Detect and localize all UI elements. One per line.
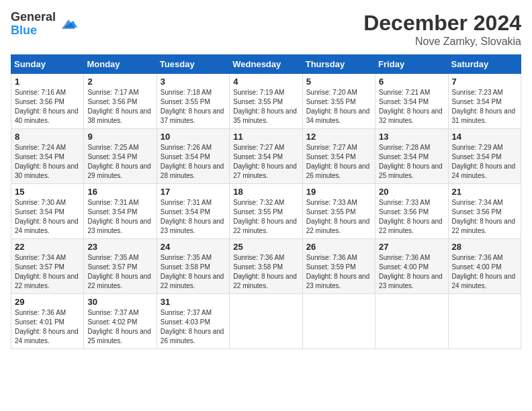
day-info: Sunrise: 7:17 AMSunset: 3:56 PMDaylight:… xyxy=(87,88,152,126)
day-number: 16 xyxy=(87,187,152,197)
day-info: Sunrise: 7:37 AMSunset: 4:02 PMDaylight:… xyxy=(87,308,152,346)
calendar-cell: 15Sunrise: 7:30 AMSunset: 3:54 PMDayligh… xyxy=(11,184,84,239)
calendar-cell xyxy=(230,294,302,349)
day-info: Sunrise: 7:29 AMSunset: 3:54 PMDaylight:… xyxy=(452,143,517,181)
calendar-cell: 19Sunrise: 7:33 AMSunset: 3:55 PMDayligh… xyxy=(302,184,375,239)
calendar-cell: 13Sunrise: 7:28 AMSunset: 3:54 PMDayligh… xyxy=(375,129,448,184)
day-number: 18 xyxy=(233,187,298,197)
day-number: 5 xyxy=(306,77,371,87)
calendar-week-row: 1Sunrise: 7:16 AMSunset: 3:56 PMDaylight… xyxy=(11,74,521,129)
day-info: Sunrise: 7:36 AMSunset: 3:59 PMDaylight:… xyxy=(306,253,371,291)
page-header: General Blue December 2024 Nove Zamky, S… xyxy=(11,11,521,48)
day-number: 2 xyxy=(87,77,152,87)
day-number: 10 xyxy=(161,132,226,142)
calendar-cell: 14Sunrise: 7:29 AMSunset: 3:54 PMDayligh… xyxy=(448,129,521,184)
day-info: Sunrise: 7:19 AMSunset: 3:55 PMDaylight:… xyxy=(233,88,298,126)
calendar-cell: 28Sunrise: 7:36 AMSunset: 4:00 PMDayligh… xyxy=(448,239,521,294)
day-info: Sunrise: 7:31 AMSunset: 3:54 PMDaylight:… xyxy=(161,198,226,236)
day-number: 15 xyxy=(15,187,80,197)
day-number: 11 xyxy=(233,132,298,142)
day-info: Sunrise: 7:36 AMSunset: 3:58 PMDaylight:… xyxy=(233,253,298,291)
day-number: 26 xyxy=(306,242,371,252)
calendar-cell: 16Sunrise: 7:31 AMSunset: 3:54 PMDayligh… xyxy=(84,184,157,239)
day-info: Sunrise: 7:36 AMSunset: 4:00 PMDaylight:… xyxy=(379,253,444,291)
calendar-cell: 25Sunrise: 7:36 AMSunset: 3:58 PMDayligh… xyxy=(230,239,302,294)
day-header-friday: Friday xyxy=(375,55,448,74)
calendar-cell: 26Sunrise: 7:36 AMSunset: 3:59 PMDayligh… xyxy=(302,239,375,294)
day-number: 7 xyxy=(452,77,517,87)
calendar-cell: 8Sunrise: 7:24 AMSunset: 3:54 PMDaylight… xyxy=(11,129,84,184)
day-number: 29 xyxy=(15,297,80,307)
day-info: Sunrise: 7:35 AMSunset: 3:58 PMDaylight:… xyxy=(161,253,226,291)
month-year-title: December 2024 xyxy=(363,11,521,36)
calendar-cell: 1Sunrise: 7:16 AMSunset: 3:56 PMDaylight… xyxy=(11,74,84,129)
day-info: Sunrise: 7:26 AMSunset: 3:54 PMDaylight:… xyxy=(161,143,226,181)
day-number: 30 xyxy=(87,297,152,307)
calendar-cell: 10Sunrise: 7:26 AMSunset: 3:54 PMDayligh… xyxy=(157,129,229,184)
calendar-cell: 3Sunrise: 7:18 AMSunset: 3:55 PMDaylight… xyxy=(157,74,229,129)
day-info: Sunrise: 7:36 AMSunset: 4:01 PMDaylight:… xyxy=(15,308,80,346)
day-number: 31 xyxy=(161,297,226,307)
calendar-cell: 2Sunrise: 7:17 AMSunset: 3:56 PMDaylight… xyxy=(84,74,157,129)
day-header-saturday: Saturday xyxy=(448,55,521,74)
day-number: 20 xyxy=(379,187,444,197)
day-info: Sunrise: 7:27 AMSunset: 3:54 PMDaylight:… xyxy=(306,143,371,181)
calendar-cell: 22Sunrise: 7:34 AMSunset: 3:57 PMDayligh… xyxy=(11,239,84,294)
calendar-week-row: 15Sunrise: 7:30 AMSunset: 3:54 PMDayligh… xyxy=(11,184,521,239)
calendar-header-row: SundayMondayTuesdayWednesdayThursdayFrid… xyxy=(11,55,521,74)
calendar-week-row: 8Sunrise: 7:24 AMSunset: 3:54 PMDaylight… xyxy=(11,129,521,184)
calendar-cell: 21Sunrise: 7:34 AMSunset: 3:56 PMDayligh… xyxy=(448,184,521,239)
day-info: Sunrise: 7:16 AMSunset: 3:56 PMDaylight:… xyxy=(15,88,80,126)
day-number: 9 xyxy=(87,132,152,142)
day-info: Sunrise: 7:33 AMSunset: 3:56 PMDaylight:… xyxy=(379,198,444,236)
calendar-cell xyxy=(302,294,375,349)
calendar-table: SundayMondayTuesdayWednesdayThursdayFrid… xyxy=(11,54,521,349)
calendar-cell: 18Sunrise: 7:32 AMSunset: 3:55 PMDayligh… xyxy=(230,184,302,239)
day-number: 8 xyxy=(15,132,80,142)
calendar-cell xyxy=(375,294,448,349)
day-number: 21 xyxy=(452,187,517,197)
day-info: Sunrise: 7:18 AMSunset: 3:55 PMDaylight:… xyxy=(161,88,226,126)
calendar-cell: 5Sunrise: 7:20 AMSunset: 3:55 PMDaylight… xyxy=(302,74,375,129)
day-number: 19 xyxy=(306,187,371,197)
day-header-tuesday: Tuesday xyxy=(157,55,229,74)
calendar-cell: 17Sunrise: 7:31 AMSunset: 3:54 PMDayligh… xyxy=(157,184,229,239)
calendar-cell: 20Sunrise: 7:33 AMSunset: 3:56 PMDayligh… xyxy=(375,184,448,239)
logo-general-text: General xyxy=(11,11,56,24)
day-number: 23 xyxy=(87,242,152,252)
day-header-sunday: Sunday xyxy=(11,55,84,74)
day-info: Sunrise: 7:35 AMSunset: 3:57 PMDaylight:… xyxy=(87,253,152,291)
day-info: Sunrise: 7:21 AMSunset: 3:54 PMDaylight:… xyxy=(379,88,444,126)
day-info: Sunrise: 7:25 AMSunset: 3:54 PMDaylight:… xyxy=(87,143,152,181)
day-number: 4 xyxy=(233,77,298,87)
calendar-cell: 29Sunrise: 7:36 AMSunset: 4:01 PMDayligh… xyxy=(11,294,84,349)
day-number: 24 xyxy=(161,242,226,252)
calendar-cell: 27Sunrise: 7:36 AMSunset: 4:00 PMDayligh… xyxy=(375,239,448,294)
day-info: Sunrise: 7:24 AMSunset: 3:54 PMDaylight:… xyxy=(15,143,80,181)
day-header-wednesday: Wednesday xyxy=(230,55,302,74)
day-header-thursday: Thursday xyxy=(302,55,375,74)
day-info: Sunrise: 7:37 AMSunset: 4:03 PMDaylight:… xyxy=(161,308,226,346)
calendar-cell: 24Sunrise: 7:35 AMSunset: 3:58 PMDayligh… xyxy=(157,239,229,294)
calendar-cell: 9Sunrise: 7:25 AMSunset: 3:54 PMDaylight… xyxy=(84,129,157,184)
day-number: 22 xyxy=(15,242,80,252)
calendar-week-row: 22Sunrise: 7:34 AMSunset: 3:57 PMDayligh… xyxy=(11,239,521,294)
calendar-cell: 11Sunrise: 7:27 AMSunset: 3:54 PMDayligh… xyxy=(230,129,302,184)
calendar-cell: 6Sunrise: 7:21 AMSunset: 3:54 PMDaylight… xyxy=(375,74,448,129)
day-info: Sunrise: 7:32 AMSunset: 3:55 PMDaylight:… xyxy=(233,198,298,236)
day-number: 28 xyxy=(452,242,517,252)
day-number: 17 xyxy=(161,187,226,197)
logo-blue-text: Blue xyxy=(11,24,56,38)
location-subtitle: Nove Zamky, Slovakia xyxy=(363,36,521,48)
day-number: 27 xyxy=(379,242,444,252)
day-number: 6 xyxy=(379,77,444,87)
day-info: Sunrise: 7:27 AMSunset: 3:54 PMDaylight:… xyxy=(233,143,298,181)
day-number: 25 xyxy=(233,242,298,252)
calendar-cell xyxy=(448,294,521,349)
calendar-cell: 7Sunrise: 7:23 AMSunset: 3:54 PMDaylight… xyxy=(448,74,521,129)
calendar-cell: 30Sunrise: 7:37 AMSunset: 4:02 PMDayligh… xyxy=(84,294,157,349)
day-info: Sunrise: 7:33 AMSunset: 3:55 PMDaylight:… xyxy=(306,198,371,236)
day-info: Sunrise: 7:31 AMSunset: 3:54 PMDaylight:… xyxy=(87,198,152,236)
calendar-week-row: 29Sunrise: 7:36 AMSunset: 4:01 PMDayligh… xyxy=(11,294,521,349)
day-number: 12 xyxy=(306,132,371,142)
